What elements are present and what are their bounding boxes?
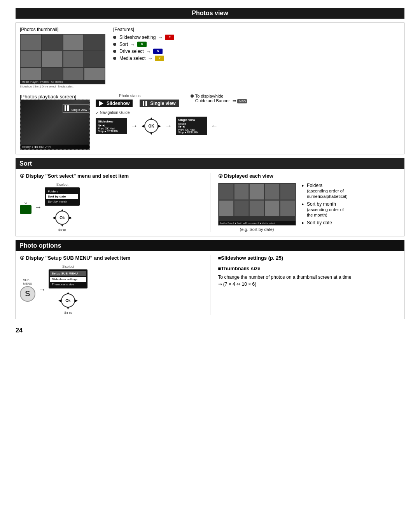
feature-item-slideshow: Slideshow setting ⇒ R — [113, 35, 400, 40]
sort-result-row: Sort by Date | ▲Sort | ▲Drive select | ▲… — [218, 183, 401, 232]
sort-result-grid — [219, 183, 296, 217]
bullet-icon — [191, 94, 194, 98]
sub-menu-diagram: SUBMENU S → ①select Setup SUB MENU Slide… — [20, 265, 202, 315]
photo-status-label: Photo status — [119, 94, 141, 98]
sort-content: ① Display "Sort select" menu and select … — [16, 169, 404, 236]
single-view-text: Single view — [72, 108, 87, 112]
sort-cell — [265, 183, 280, 200]
arrow-icon: ⇒ — [131, 42, 134, 47]
sort-ok: Ok — [55, 211, 69, 225]
large-left-arrow: ← — [211, 122, 218, 130]
sort-bullet-list: Folders(ascending order ofnumeric/alphab… — [302, 183, 348, 229]
to-display-hide-label: To display/hide — [195, 94, 224, 98]
thumb-bar-text: Media Player • Photos — [22, 80, 49, 83]
photo-options-step1: ① Display "Setup SUB MENU" and select it… — [20, 255, 210, 315]
single-view-text-2: Single view — [150, 101, 175, 106]
up-arrow: ▲ — [150, 116, 153, 120]
ok-circle: OK — [144, 119, 158, 133]
bullet-folders-text: Folders(ascending order ofnumeric/alphab… — [307, 183, 348, 199]
playback-row: [Photos playback screen] Single view Rep… — [20, 94, 400, 150]
left-arrow: ◀ — [142, 124, 144, 128]
nav-box-slideshow-row1: II▶ ◀ — [98, 124, 124, 127]
large-right-arrow-2: → — [165, 122, 172, 130]
photo-step1-title: ① Display "Setup SUB MENU" and select it… — [20, 255, 202, 261]
single-nav-box: Single view Rotate II▶ ◀ Prev. OK Next S… — [176, 117, 207, 135]
down-arrow: ▼ — [150, 132, 153, 136]
nav-guide-text: Navigation Guide — [100, 110, 130, 115]
thumb-cell — [20, 51, 41, 67]
nav-box-slideshow-title: Slideshow — [98, 120, 124, 123]
thumb-cell — [42, 51, 63, 67]
sort-cell — [249, 183, 264, 200]
arrow-icon: ⇒ — [147, 49, 150, 54]
sub-menu-item-slideshow: Slideshow settings — [50, 277, 86, 282]
nav-text: Replay ● ◀ ▶ RETURN — [22, 145, 51, 148]
pause-icon — [65, 105, 69, 111]
thumb-grid — [20, 34, 105, 84]
sub-menu-box-group: ①select Setup SUB MENU Slideshow setting… — [49, 265, 88, 315]
sub-menu-icon-group: SUBMENU S — [20, 278, 35, 302]
info-badge: INFO — [237, 99, 247, 103]
up-arrow: ▲ — [61, 208, 64, 212]
eg-label: (e.g. Sort by date) — [218, 227, 296, 232]
playback-label: [Photos playback screen] — [20, 94, 90, 100]
sort-title: Sort — [16, 158, 404, 169]
nav-guide-label: ↙ Navigation Guide — [96, 110, 218, 115]
down-arrow: ▼ — [66, 306, 70, 310]
feature-drive-label: Drive select — [119, 49, 144, 54]
thumbnails-formula: ⇒ (7 × 4 ⇔ 10 × 6) — [218, 281, 401, 288]
sort-menu-item-date: Sort by date — [46, 194, 78, 199]
sort-step1-title: ① Display "Sort select" menu and select … — [20, 173, 202, 179]
sort-cell — [249, 200, 264, 217]
thumb-cell — [84, 51, 105, 67]
sort-cell — [280, 183, 295, 200]
sort-step1: ① Display "Sort select" menu and select … — [20, 173, 210, 232]
sort-step2-title: ② Displayed each view — [218, 173, 401, 179]
playback-screen-section: [Photos playback screen] Single view Rep… — [20, 94, 90, 150]
nav-guide-diagrams: Slideshow II▶ ◀ Prev. OK Next Stop ● RET… — [96, 116, 218, 136]
bullet-month-text: Sort by month(ascending order ofthe mont… — [307, 201, 344, 218]
thumb-cell — [42, 34, 63, 51]
green-button: G — [137, 42, 147, 47]
green-sort-button — [20, 205, 32, 214]
sort-cell — [219, 183, 234, 200]
pause-bar — [65, 105, 66, 111]
sub-menu-header: Setup SUB MENU — [50, 271, 86, 276]
play-icon — [99, 101, 103, 106]
playback-nav-bar: Replay ● ◀ ▶ RETURN — [21, 145, 89, 149]
sort-result-display: Sort by Date | ▲Sort | ▲Drive select | ▲… — [218, 183, 296, 232]
bullet-date: Sort by date — [302, 220, 348, 226]
thumbnails-title: ■Thumbnails size — [218, 266, 401, 271]
g-label: G — [24, 201, 27, 204]
guide-banner-label: Guide and Banner ⇒ INFO — [195, 98, 247, 103]
down-arrow: ▼ — [61, 224, 64, 227]
slideshow-badge: Slideshow — [96, 100, 133, 107]
bullet-icon — [113, 43, 116, 46]
sort-result-bar: Sort by Date | ▲Sort | ▲Drive select | ▲… — [219, 221, 296, 225]
ok-label-2: ②OK — [64, 311, 72, 315]
sub-icon: S — [20, 286, 35, 302]
photos-view-content: [Photos thumbnail] — [16, 23, 404, 154]
sort-bar-text: Sort by Date | ▲Sort | ▲Drive select | ▲… — [220, 222, 275, 224]
features-section: [Features] Slideshow setting ⇒ R Sort ⇒ … — [113, 27, 400, 88]
sort-menu-item-folders: Folders — [46, 189, 78, 194]
guide-banner-text: Guide and Banner — [195, 98, 230, 103]
right-arrow: ▶ — [158, 124, 161, 128]
bullet-icon — [113, 50, 116, 53]
thumb-footer: Slideshow | Sort | Drive select | Media … — [20, 85, 105, 88]
playback-info: Photo status Slideshow — [96, 94, 400, 136]
pause-bar — [67, 105, 69, 111]
arrow-icon: → — [38, 286, 46, 294]
playback-image: Single view Replay ● ◀ ▶ RETURN — [20, 100, 90, 150]
sort-ok-circle: Ok ▲ ▼ ◀ ▶ — [52, 208, 72, 227]
pause-icon-2 — [143, 101, 147, 106]
sort-section: Sort ① Display "Sort select" menu and se… — [16, 158, 404, 236]
photo-ok: Ok — [61, 294, 75, 308]
thumb-bar-all: All photos — [51, 80, 63, 83]
feature-media-label: Media select — [119, 56, 145, 61]
feature-item-sort: Sort ⇒ G — [113, 42, 400, 47]
sort-menu-item-month: Sort by month — [46, 199, 78, 204]
thumb-footer-text: Slideshow | Sort | Drive select | Media … — [20, 85, 74, 88]
bullet-month: Sort by month(ascending order ofthe mont… — [302, 201, 348, 218]
bullet-folders: Folders(ascending order ofnumeric/alphab… — [302, 183, 348, 199]
